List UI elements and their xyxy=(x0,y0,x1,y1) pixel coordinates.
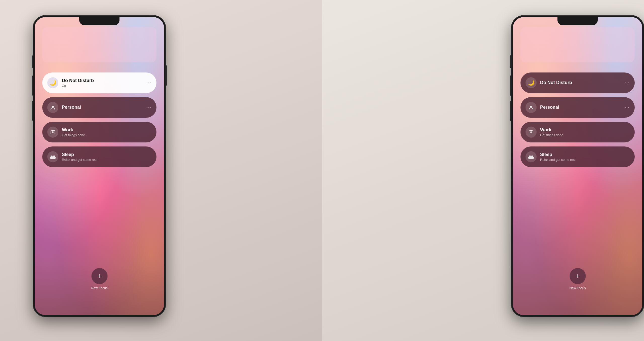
dnd-item-left[interactable]: 🌙 Do Not Disturb On ··· xyxy=(42,72,156,93)
svg-rect-12 xyxy=(529,156,531,157)
dnd-subtitle-left: On xyxy=(62,84,145,88)
focus-panel-left: 🌙 Do Not Disturb On ··· xyxy=(42,72,156,171)
svg-point-0 xyxy=(52,106,54,108)
work-icon-right xyxy=(526,127,537,138)
sleep-item-left[interactable]: Sleep Relax and get some rest xyxy=(42,146,156,167)
vol-up-button-left xyxy=(32,75,33,96)
sleep-item-right[interactable]: Sleep Relax and get some rest xyxy=(520,146,635,167)
focus-panel-right: 🌙 Do Not Disturb ··· xyxy=(520,72,635,171)
mute-button-left xyxy=(32,55,33,68)
personal-icon-left xyxy=(47,102,58,113)
new-focus-btn-left[interactable]: + New Focus xyxy=(91,268,107,290)
personal-text-left: Personal xyxy=(62,105,145,110)
vol-up-button-right xyxy=(510,75,511,96)
svg-rect-13 xyxy=(531,156,533,157)
blur-top-left xyxy=(42,27,156,62)
work-text-left: Work Get things done xyxy=(62,127,151,137)
work-item-left[interactable]: Work Get things done xyxy=(42,122,156,142)
svg-rect-4 xyxy=(50,157,56,159)
personal-icon-right xyxy=(526,102,537,113)
dnd-icon-left: 🌙 xyxy=(47,77,58,88)
sleep-icon-right xyxy=(526,151,537,162)
personal-title-right: Personal xyxy=(540,105,623,110)
sleep-text-right: Sleep Relax and get some rest xyxy=(540,152,630,162)
phone-left: 🌙 Do Not Disturb On ··· xyxy=(33,15,166,317)
personal-title-left: Personal xyxy=(62,105,145,110)
mute-button-right xyxy=(510,55,511,68)
work-title-left: Work xyxy=(62,127,151,133)
phone-screen-left: 🌙 Do Not Disturb On ··· xyxy=(35,17,164,315)
personal-dots-left[interactable]: ··· xyxy=(145,105,152,110)
dnd-dots-left[interactable]: ··· xyxy=(145,80,152,86)
blur-top-right xyxy=(520,27,635,62)
dnd-item-right[interactable]: 🌙 Do Not Disturb ··· xyxy=(520,72,635,93)
sleep-subtitle-right: Relax and get some rest xyxy=(540,158,630,162)
svg-point-7 xyxy=(530,106,532,108)
dnd-dots-right[interactable]: ··· xyxy=(623,80,630,86)
right-half: 🌙 Do Not Disturb ··· xyxy=(322,0,644,341)
work-item-right[interactable]: Work Get things done xyxy=(520,122,635,142)
dnd-text-right: Do Not Disturb xyxy=(540,80,623,86)
left-half: 🌙 Do Not Disturb On ··· xyxy=(0,0,322,341)
personal-text-right: Personal xyxy=(540,105,623,110)
svg-rect-6 xyxy=(53,156,55,157)
svg-rect-5 xyxy=(51,156,53,157)
power-button-left xyxy=(166,65,167,86)
notch-right xyxy=(557,17,598,25)
hand-overlay-right xyxy=(513,164,642,315)
phone-screen-right: 🌙 Do Not Disturb ··· xyxy=(513,17,642,315)
svg-rect-11 xyxy=(528,157,534,159)
work-text-right: Work Get things done xyxy=(540,127,630,137)
new-focus-circle-left: + xyxy=(91,268,107,284)
new-focus-circle-right: + xyxy=(570,268,586,284)
vol-down-button-right xyxy=(510,101,511,121)
sleep-text-left: Sleep Relax and get some rest xyxy=(62,152,151,162)
phone-right: 🌙 Do Not Disturb ··· xyxy=(511,15,644,317)
dnd-icon-right: 🌙 xyxy=(526,77,537,88)
hand-overlay-left xyxy=(35,189,164,315)
svg-point-2 xyxy=(52,131,54,133)
notch-left xyxy=(79,17,119,25)
personal-item-left[interactable]: Personal ··· xyxy=(42,97,156,118)
work-icon-left xyxy=(47,127,58,138)
new-focus-btn-right[interactable]: + New Focus xyxy=(569,268,586,290)
work-subtitle-left: Get things done xyxy=(62,133,151,137)
new-focus-label-right: New Focus xyxy=(569,286,586,290)
dnd-title-right: Do Not Disturb xyxy=(540,80,623,86)
sleep-icon-left xyxy=(47,151,58,162)
sleep-subtitle-left: Relax and get some rest xyxy=(62,158,151,162)
dnd-title-left: Do Not Disturb xyxy=(62,78,145,84)
work-subtitle-right: Get things done xyxy=(540,133,630,137)
sleep-title-left: Sleep xyxy=(62,152,151,158)
personal-item-right[interactable]: Personal ··· xyxy=(520,97,635,118)
sleep-title-right: Sleep xyxy=(540,152,630,158)
work-title-right: Work xyxy=(540,127,630,133)
personal-dots-right[interactable]: ··· xyxy=(623,105,630,110)
dnd-text-left: Do Not Disturb On xyxy=(62,78,145,88)
svg-point-9 xyxy=(530,131,532,133)
new-focus-label-left: New Focus xyxy=(91,286,107,290)
vol-down-button-left xyxy=(32,101,33,121)
